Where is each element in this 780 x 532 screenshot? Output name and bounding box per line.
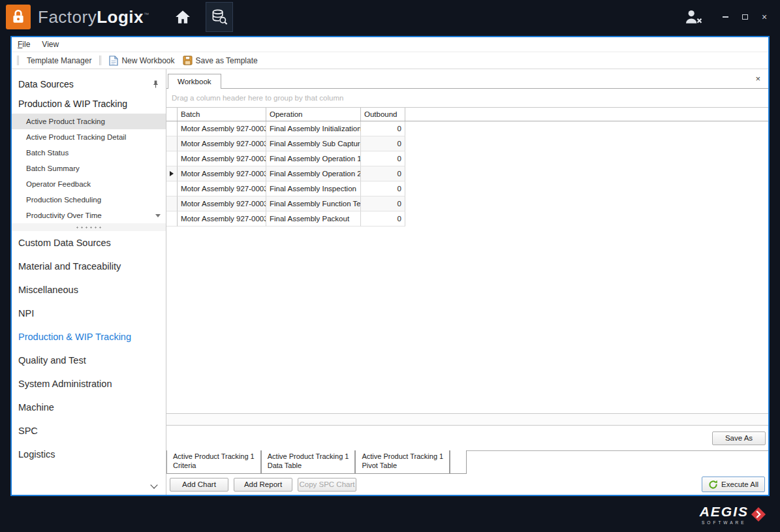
- user-logout-icon[interactable]: [681, 7, 707, 27]
- table-cell: Final Assembly Operation 2: [266, 166, 361, 181]
- table-cell: 0: [361, 196, 405, 211]
- window-controls: ×: [719, 10, 771, 23]
- grid-body: Motor Assembly 927-0003Final Assembly In…: [166, 121, 768, 227]
- aegis-brand-text: AEGIS: [700, 504, 749, 520]
- toolbar-grip: [17, 55, 19, 65]
- content: Data Sources Production & WIP Tracking A…: [12, 69, 768, 495]
- add-report-button[interactable]: Add Report: [234, 478, 292, 492]
- category-item-1[interactable]: Custom Data Sources: [12, 231, 166, 255]
- dropdown-caret-icon[interactable]: [155, 214, 161, 217]
- grid-header-row: BatchOperationOutbound: [166, 108, 768, 121]
- bottom-tab-1[interactable]: Active Product Tracking 1Criteria: [166, 450, 261, 474]
- close-icon[interactable]: ×: [758, 10, 771, 23]
- table-cell: Motor Assembly 927-0003: [178, 166, 266, 181]
- tab-close-icon[interactable]: ×: [747, 74, 768, 84]
- titlebar: FactoryLogix™ ×: [0, 0, 780, 34]
- table-cell: Final Assembly Inspection: [266, 181, 361, 196]
- group-by-panel[interactable]: Drag a column header here to group by th…: [166, 89, 768, 108]
- row-indicator-cell: [166, 196, 178, 211]
- home-icon[interactable]: [169, 3, 196, 31]
- sidebar-item-label: Batch Status: [26, 149, 69, 157]
- category-item-6[interactable]: Quality and Test: [12, 349, 166, 372]
- app-title: FactoryLogix™: [38, 7, 149, 27]
- sidebar-item-label: Active Product Tracking Detail: [26, 133, 126, 141]
- save-as-template-button[interactable]: Save as Template: [179, 54, 262, 67]
- category-item-10[interactable]: Logistics: [12, 443, 166, 466]
- column-header-3[interactable]: Outbound: [361, 108, 405, 121]
- column-header-2[interactable]: Operation: [266, 108, 361, 121]
- table-cell: Motor Assembly 927-0003: [178, 211, 266, 227]
- bottom-tab-2[interactable]: Active Product Tracking 1Data Table: [261, 450, 356, 474]
- bottom-tab-line2: Pivot Table: [362, 462, 443, 471]
- new-workbook-button[interactable]: New Workbook: [105, 54, 178, 67]
- table-row[interactable]: Motor Assembly 927-0003Final Assembly Su…: [166, 136, 768, 151]
- table-cell: 0: [361, 151, 405, 166]
- titlebar-right: ×: [681, 7, 780, 27]
- splitter-handle[interactable]: [12, 223, 166, 231]
- grid-empty-area: [166, 227, 768, 413]
- table-row[interactable]: Motor Assembly 927-0003Final Assembly Pa…: [166, 211, 768, 227]
- workbook-area: Workbook × Drag a column header here to …: [166, 69, 768, 495]
- aegis-subtitle: SOFTWARE: [702, 520, 747, 525]
- template-manager-button[interactable]: Template Manager: [23, 55, 95, 67]
- add-chart-button[interactable]: Add Chart: [170, 478, 228, 492]
- category-item-4[interactable]: NPI: [12, 302, 166, 325]
- maximize-icon[interactable]: [738, 10, 751, 23]
- floppy-disk-icon: [183, 55, 193, 65]
- pin-icon[interactable]: [152, 80, 159, 89]
- table-row[interactable]: Motor Assembly 927-0003Final Assembly In…: [166, 181, 768, 196]
- table-row[interactable]: Motor Assembly 927-0003Final Assembly In…: [166, 121, 768, 136]
- sidebar-item-1[interactable]: Active Product Tracking: [12, 114, 166, 129]
- save-as-row: Save As: [166, 426, 768, 450]
- sidebar-bottom: [12, 478, 166, 495]
- bottom-tab-line2: Data Table: [268, 462, 349, 471]
- bottom-tabstrip: Active Product Tracking 1CriteriaActive …: [166, 450, 768, 474]
- execute-all-button[interactable]: Execute All: [702, 477, 765, 492]
- sidebar-item-7[interactable]: Productivity Over Time: [12, 208, 166, 223]
- table-cell: Motor Assembly 927-0003: [178, 181, 266, 196]
- column-header-1[interactable]: Batch: [178, 108, 266, 121]
- document-icon: [109, 55, 118, 66]
- row-indicator-cell: [166, 166, 178, 181]
- table-row[interactable]: Motor Assembly 927-0003Final Assembly Fu…: [166, 196, 768, 211]
- table-cell: Motor Assembly 927-0003: [178, 196, 266, 211]
- sidebar-item-6[interactable]: Production Scheduling: [12, 192, 166, 208]
- table-cell: Motor Assembly 927-0003: [178, 151, 266, 166]
- category-item-2[interactable]: Material and Traceability: [12, 255, 166, 278]
- data-sources-header: Data Sources: [12, 74, 166, 94]
- sidebar-item-label: Production Scheduling: [26, 196, 101, 204]
- table-cell: 0: [361, 211, 405, 227]
- save-as-button[interactable]: Save As: [712, 431, 766, 445]
- category-item-8[interactable]: Machine: [12, 396, 166, 419]
- factorylogix-logo-icon: [6, 5, 31, 29]
- category-item-3[interactable]: Miscellaneous: [12, 278, 166, 302]
- horizontal-scrollbar[interactable]: [166, 413, 768, 426]
- selected-row-arrow-icon: [170, 171, 174, 176]
- minimize-icon[interactable]: [719, 10, 732, 23]
- header-indicator-cell: [166, 108, 178, 121]
- sidebar-item-2[interactable]: Active Product Tracking Detail: [12, 129, 166, 145]
- bottom-tab-stub[interactable]: [450, 450, 467, 474]
- row-indicator-cell: [166, 136, 178, 151]
- table-cell: 0: [361, 121, 405, 136]
- copy-spc-chart-button: Copy SPC Chart: [298, 478, 356, 492]
- sidebar-item-5[interactable]: Operator Feedback: [12, 176, 166, 192]
- category-list: Custom Data SourcesMaterial and Traceabi…: [12, 231, 166, 466]
- table-row[interactable]: Motor Assembly 927-0003Final Assembly Op…: [166, 151, 768, 166]
- bottom-tab-line1: Active Product Tracking 1: [268, 452, 349, 462]
- bottom-tab-3[interactable]: Active Product Tracking 1Pivot Table: [355, 450, 450, 474]
- table-row[interactable]: Motor Assembly 927-0003Final Assembly Op…: [166, 166, 768, 181]
- table-cell: 0: [361, 136, 405, 151]
- category-item-5[interactable]: Production & WIP Tracking: [12, 325, 166, 349]
- category-item-7[interactable]: System Administration: [12, 372, 166, 396]
- sidebar-item-4[interactable]: Batch Summary: [12, 161, 166, 176]
- lock-icon: [10, 8, 27, 25]
- menu-view[interactable]: View: [42, 40, 59, 49]
- menu-file[interactable]: File: [18, 40, 30, 49]
- chevron-down-icon[interactable]: [150, 481, 157, 488]
- data-source-query-icon[interactable]: [206, 2, 233, 32]
- sidebar-item-label: Operator Feedback: [26, 180, 91, 188]
- sidebar-item-3[interactable]: Batch Status: [12, 145, 166, 161]
- tab-workbook[interactable]: Workbook: [168, 74, 221, 89]
- category-item-9[interactable]: SPC: [12, 419, 166, 443]
